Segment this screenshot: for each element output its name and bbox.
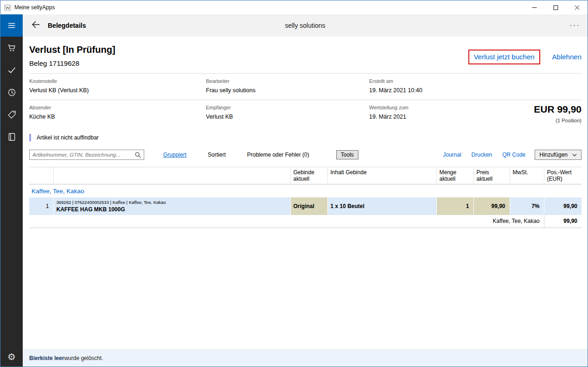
field-label: Absender: [29, 105, 206, 110]
total-positions: (1 Position): [534, 118, 582, 123]
article-name: KAFFEE HAG MKB 1000G: [57, 206, 288, 213]
sidebar: ⚙: [0, 14, 23, 367]
sidebar-item-approvals[interactable]: [0, 59, 23, 81]
field-label: Bearbeiter: [206, 78, 369, 84]
document-title: Verlust [In Prüfung]: [29, 44, 115, 55]
field-label: Kostenstelle: [29, 78, 206, 84]
table-header-row: Gebinde aktuell Inhalt Gebinde Menge akt…: [29, 167, 582, 184]
col-header-mwst: MwSt.: [510, 167, 544, 184]
journal-link[interactable]: Journal: [443, 152, 461, 158]
col-header-pos: [29, 167, 53, 184]
more-options-button[interactable]: ···: [569, 23, 580, 28]
content-area: Verlust [In Prüfung] Beleg 17119628 Verl…: [23, 37, 588, 349]
maximize-button[interactable]: [545, 0, 566, 14]
back-button[interactable]: [28, 18, 43, 33]
col-header-preis: Preis aktuell: [473, 167, 510, 184]
search-box: [29, 150, 144, 160]
field-label: Empfänger: [206, 105, 369, 110]
annotation-red-box: Verlust jetzt buchen: [468, 50, 540, 64]
cell-pos-wert: 99,90: [544, 197, 582, 215]
field-value: Frau selly solutions: [206, 87, 369, 94]
summary-value: 99,90: [544, 215, 582, 228]
menu-button[interactable]: [0, 14, 23, 37]
menu-icon: [7, 21, 16, 30]
col-header-menge: Menge aktuell: [436, 167, 473, 184]
status-message-text: wurde gelöscht.: [64, 355, 103, 361]
print-link[interactable]: Drucken: [472, 152, 492, 158]
book-now-link[interactable]: Verlust jetzt buchen: [474, 53, 535, 61]
group-row[interactable]: Kaffee, Tee, Kakao: [29, 184, 582, 198]
settings-button[interactable]: ⚙: [0, 347, 23, 367]
col-header-gebinde: Gebinde aktuell: [290, 167, 327, 184]
window-controls: [524, 0, 588, 14]
problems-toggle[interactable]: Probleme oder Fehler (0): [247, 152, 309, 158]
sidebar-item-history[interactable]: [0, 81, 23, 103]
sidebar-item-journal[interactable]: [0, 126, 23, 148]
field-erstellt-am: Erstellt am 19. März 2021 10:40: [369, 78, 582, 94]
close-button[interactable]: [566, 0, 588, 14]
status-message-subject: Bierkiste leer: [29, 355, 64, 361]
field-label: Erstellt am: [369, 78, 582, 84]
row-article: 369282 | 07622400002533 | Kaffee | Kaffe…: [53, 197, 290, 215]
app-window: Meine sellyApps: [0, 0, 588, 367]
col-header-pos-wert: Pos.-Wert (EUR): [544, 167, 582, 184]
status-bar: Bierkiste leer wurde gelöscht.: [23, 349, 588, 367]
clock-icon: [7, 88, 17, 97]
search-input[interactable]: [30, 152, 134, 158]
field-kostenstelle: Kostenstelle Verlust KB (Verlust KB): [29, 78, 206, 94]
sidebar-item-promotions[interactable]: [0, 103, 23, 126]
summary-label: Kaffee, Tee, Kakao: [29, 215, 544, 228]
cart-icon: [7, 43, 17, 53]
back-arrow-icon: [31, 19, 41, 32]
items-table: Gebinde aktuell Inhalt Gebinde Menge akt…: [29, 167, 582, 228]
minimize-button[interactable]: [524, 0, 545, 14]
gear-icon: ⚙: [7, 351, 16, 362]
field-empfaenger: Empfänger Verlust KB: [206, 105, 369, 120]
cell-preis-aktuell[interactable]: 99,90: [473, 197, 510, 215]
document-fields: Kostenstelle Verlust KB (Verlust KB) Bea…: [29, 73, 582, 126]
note-text: Artikel ist nicht auffindbar: [37, 134, 99, 141]
sorted-toggle[interactable]: Sortiert: [208, 152, 226, 158]
note-row: Artikel ist nicht auffindbar: [29, 134, 582, 141]
field-bearbeiter: Bearbeiter Frau selly solutions: [206, 78, 369, 94]
cell-inhalt-gebinde: 1 x 10 Beutel: [327, 197, 436, 215]
document-heading: Verlust [In Prüfung] Beleg 17119628: [29, 44, 115, 67]
chevron-down-icon: [572, 152, 577, 158]
field-value: Verlust KB (Verlust KB): [29, 87, 206, 94]
app-icon: [4, 4, 12, 11]
table-row[interactable]: 1 369282 | 07622400002533 | Kaffee | Kaf…: [29, 197, 582, 215]
note-accent-bar: [29, 134, 31, 141]
sidebar-spacer: [0, 148, 23, 347]
row-position: 1: [29, 197, 53, 215]
field-absender: Absender Küche KB: [29, 105, 206, 120]
page-title: Belegdetails: [48, 22, 86, 29]
titlebar: Meine sellyApps: [0, 0, 588, 14]
field-value: Küche KB: [29, 114, 206, 120]
reject-link[interactable]: Ablehnen: [552, 53, 582, 61]
document-number: Beleg 17119628: [29, 59, 115, 67]
col-header-inhalt: Inhalt Gebinde: [327, 167, 436, 184]
article-meta: 369282 | 07622400002533 | Kaffee | Kaffe…: [57, 200, 288, 205]
check-icon: [7, 65, 17, 75]
cell-menge-aktuell[interactable]: 1: [436, 197, 473, 215]
page-header: Belegdetails selly solutions ···: [23, 14, 588, 37]
group-summary-row: Kaffee, Tee, Kakao 99,90: [29, 215, 582, 228]
field-value: Verlust KB: [206, 114, 369, 120]
cell-mwst: 7%: [510, 197, 544, 215]
add-button[interactable]: Hinzufügen: [535, 150, 582, 160]
sidebar-item-cart[interactable]: [0, 37, 23, 59]
document-total: EUR 99,90 (1 Position): [534, 104, 582, 123]
add-button-label: Hinzufügen: [539, 152, 568, 158]
items-toolbar: Gruppiert Sortiert Probleme oder Fehler …: [29, 150, 582, 160]
col-header-article: [53, 167, 290, 184]
tools-button[interactable]: Tools: [336, 150, 358, 159]
window-title: Meine sellyApps: [14, 4, 55, 11]
field-value: 19. März 2021 10:40: [369, 87, 582, 94]
cell-gebinde-aktuell[interactable]: Original: [290, 197, 327, 215]
qr-code-link[interactable]: QR Code: [502, 152, 525, 158]
group-label: Kaffee, Tee, Kakao: [29, 184, 582, 198]
total-amount: EUR 99,90: [534, 104, 582, 115]
app-center-title: selly solutions: [23, 22, 588, 29]
grouped-toggle[interactable]: Gruppiert: [163, 152, 186, 158]
search-icon[interactable]: [134, 152, 141, 158]
